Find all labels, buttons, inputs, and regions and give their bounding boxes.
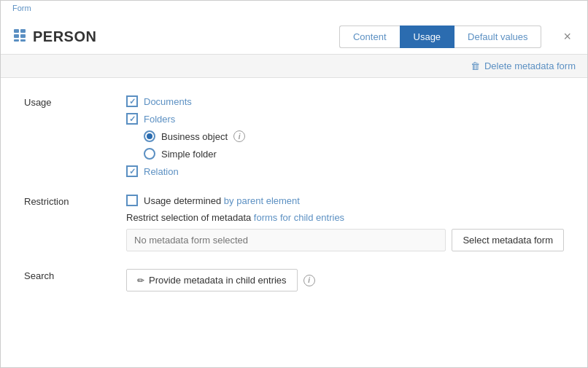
restrict-text-1: Restrict selection of metadata: [126, 212, 254, 223]
provide-metadata-label: Provide metadata in child entries: [149, 275, 287, 286]
checkbox-relation-label: Relation: [144, 166, 179, 177]
radio-business-object[interactable]: Business object i: [144, 130, 564, 142]
pencil-icon: ✏: [137, 275, 144, 286]
header: PERSON Content Usage Default values ×: [1, 12, 587, 55]
business-object-info-icon[interactable]: i: [233, 130, 245, 142]
metadata-form-input[interactable]: [126, 229, 446, 251]
search-label: Search: [24, 269, 126, 281]
content-area: Usage Documents Folders Business object: [1, 78, 587, 367]
search-field: ✏ Provide metadata in child entries i: [126, 269, 564, 291]
svg-rect-1: [20, 29, 26, 33]
checkbox-usage-determined-label: Usage determined by parent element: [144, 195, 300, 206]
checkbox-documents-label: Documents: [144, 96, 192, 107]
svg-rect-2: [14, 34, 19, 38]
breadcrumb: Form: [1, 1, 587, 12]
restrict-selection-text: Restrict selection of metadata forms for…: [126, 212, 564, 223]
checkbox-relation-control[interactable]: [126, 165, 138, 177]
svg-rect-0: [14, 29, 19, 33]
grid-icon: [12, 28, 27, 46]
trash-icon: 🗑: [471, 60, 480, 71]
tab-default-values[interactable]: Default values: [454, 26, 541, 48]
checkbox-usage-determined[interactable]: Usage determined by parent element: [126, 195, 564, 206]
metadata-input-row: Select metadata form: [126, 229, 564, 251]
svg-rect-3: [20, 34, 26, 38]
tab-usage[interactable]: Usage: [400, 26, 455, 48]
usage-label: Usage: [24, 95, 126, 108]
restrict-text-2: forms for child entries: [254, 212, 344, 223]
radio-simple-folder[interactable]: Simple folder: [144, 148, 564, 160]
usage-row: Usage Documents Folders Business object: [24, 95, 564, 177]
restriction-field: Usage determined by parent element Restr…: [126, 195, 564, 251]
select-metadata-form-button[interactable]: Select metadata form: [452, 229, 564, 251]
checkbox-documents[interactable]: Documents: [126, 95, 564, 107]
folder-type-radios: Business object i Simple folder: [126, 130, 564, 160]
radio-business-object-label: Business object: [161, 131, 228, 142]
provide-metadata-button[interactable]: ✏ Provide metadata in child entries: [126, 269, 298, 291]
checkbox-folders-label: Folders: [144, 114, 175, 125]
radio-business-object-control[interactable]: [144, 130, 155, 142]
tab-group: Content Usage Default values: [339, 26, 542, 48]
checkbox-folders-control[interactable]: [126, 113, 138, 125]
usage-field: Documents Folders Business object i: [126, 95, 564, 177]
provide-metadata-info-icon[interactable]: i: [303, 275, 315, 286]
delete-metadata-form-button[interactable]: 🗑 Delete metadata form: [471, 60, 576, 71]
svg-rect-5: [20, 39, 26, 42]
checkbox-documents-control[interactable]: [126, 95, 138, 107]
header-left: PERSON: [12, 28, 330, 46]
tab-content[interactable]: Content: [339, 26, 400, 48]
search-row: Search ✏ Provide metadata in child entri…: [24, 269, 564, 291]
checkbox-usage-determined-control[interactable]: [126, 195, 138, 206]
svg-rect-4: [14, 39, 19, 42]
checkbox-folders[interactable]: Folders: [126, 113, 564, 125]
search-controls: ✏ Provide metadata in child entries i: [126, 269, 564, 291]
delete-label: Delete metadata form: [484, 60, 576, 71]
toolbar: 🗑 Delete metadata form: [1, 55, 587, 78]
radio-simple-folder-label: Simple folder: [161, 149, 217, 160]
close-button[interactable]: ×: [559, 28, 576, 46]
page-title: PERSON: [33, 28, 96, 45]
restriction-label: Restriction: [24, 195, 126, 207]
checkbox-relation[interactable]: Relation: [126, 165, 564, 177]
restriction-row: Restriction Usage determined by parent e…: [24, 195, 564, 251]
radio-simple-folder-control[interactable]: [144, 148, 155, 160]
window: Form PERSON Content Usage Default values…: [0, 0, 588, 368]
